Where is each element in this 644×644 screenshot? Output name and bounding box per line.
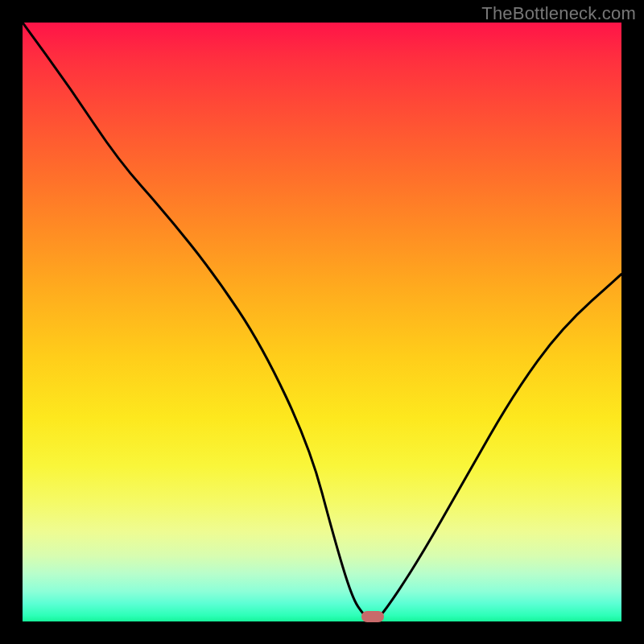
plot-area xyxy=(23,23,621,621)
attribution-text: TheBottleneck.com xyxy=(481,3,636,24)
optimum-marker xyxy=(361,611,384,622)
chart-frame: TheBottleneck.com xyxy=(0,0,644,644)
bottleneck-curve xyxy=(23,23,621,621)
